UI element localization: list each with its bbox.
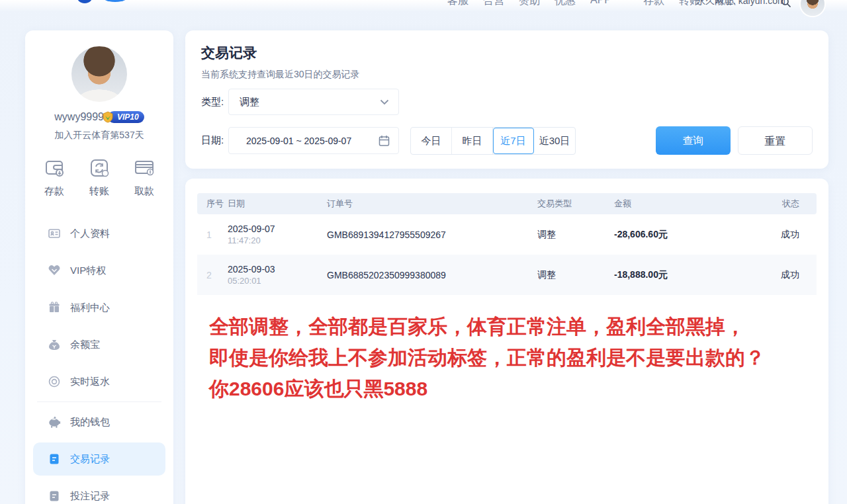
bet-record-icon bbox=[48, 489, 61, 503]
sidebar-item-label: 投注记录 bbox=[70, 490, 110, 503]
quick-action-transfer[interactable]: 转账 bbox=[87, 156, 111, 198]
sidebar-item-rebate[interactable]: 实时返水 bbox=[25, 363, 173, 400]
quick-range-group: 今日 昨日 近7日 近30日 bbox=[410, 127, 576, 155]
nav-sponsor[interactable]: 赞助 bbox=[519, 0, 540, 8]
cell-order-number: GMB6891394127955509267 bbox=[327, 230, 537, 240]
vip-shield-icon bbox=[102, 111, 114, 123]
cell-date: 2025-09-03 bbox=[228, 263, 327, 275]
money-bag-icon bbox=[48, 338, 61, 351]
sidebar-item-transaction-records[interactable]: 交易记录 bbox=[33, 442, 165, 476]
withdraw-icon bbox=[132, 156, 156, 180]
cell-time: 11:47:20 bbox=[228, 235, 327, 246]
reset-button[interactable]: 重置 bbox=[738, 126, 813, 155]
piggy-bank-icon bbox=[48, 415, 61, 429]
vip-badge: VIP10 bbox=[108, 111, 144, 123]
quick-action-label: 转账 bbox=[89, 185, 109, 198]
results-panel: 序号 日期 订单号 交易类型 金额 状态 1 2025-09-07 11:47:… bbox=[185, 179, 828, 504]
vip-badge-label: VIP10 bbox=[117, 112, 139, 122]
col-header-order: 订单号 bbox=[327, 198, 537, 210]
page-title: 交易记录 bbox=[201, 44, 257, 62]
transfer-icon bbox=[87, 156, 111, 180]
cell-amount: -28,606.60元 bbox=[614, 229, 746, 241]
quick-action-withdraw[interactable]: 取款 bbox=[132, 156, 156, 198]
page-subtitle: 当前系统支持查询最近30日的交易记录 bbox=[201, 69, 360, 81]
table-row[interactable]: 2 2025-09-03 05:20:01 GMB688520235099938… bbox=[197, 255, 817, 295]
sidebar-item-yuebao[interactable]: 余额宝 bbox=[25, 326, 173, 363]
user-avatar-small[interactable] bbox=[801, 0, 825, 16]
quick-action-deposit[interactable]: 存款 bbox=[42, 156, 66, 198]
type-select[interactable]: 调整 bbox=[228, 89, 399, 115]
annotation-line: 即使是你给我上不参加活动标签，正常的盈利是不是要出款的？ bbox=[209, 342, 765, 373]
vip-privilege-icon bbox=[48, 264, 61, 277]
annotation-line: 你28606应该也只黑5888 bbox=[209, 373, 765, 404]
user-avatar[interactable] bbox=[71, 46, 127, 102]
search-icon[interactable] bbox=[781, 0, 791, 8]
deposit-icon bbox=[42, 156, 66, 180]
sidebar-item-wallet[interactable]: 我的钱包 bbox=[25, 403, 173, 441]
calendar-icon bbox=[379, 135, 390, 147]
chevron-down-icon bbox=[380, 99, 389, 105]
annotation-line: 全部调整，全部都是百家乐，体育正常注单，盈利全部黑掉， bbox=[209, 311, 765, 342]
cell-status: 成功 bbox=[746, 229, 817, 241]
date-range-input[interactable]: 2025-09-01 ~ 2025-09-07 bbox=[228, 127, 399, 154]
type-select-value: 调整 bbox=[240, 96, 259, 108]
sidebar-item-label: 个人资料 bbox=[70, 228, 110, 240]
site-logo[interactable] bbox=[74, 0, 140, 5]
quick-action-label: 存款 bbox=[44, 185, 64, 198]
range-today-button[interactable]: 今日 bbox=[411, 128, 452, 154]
sidebar-item-bet-records[interactable]: 投注记录 bbox=[25, 478, 173, 504]
col-header-status: 状态 bbox=[746, 198, 817, 210]
cell-type: 调整 bbox=[537, 269, 614, 281]
cell-type: 调整 bbox=[537, 229, 614, 241]
type-label: 类型: bbox=[201, 96, 224, 108]
table-header-row: 序号 日期 订单号 交易类型 金额 状态 bbox=[197, 193, 817, 214]
rebate-icon bbox=[48, 375, 61, 388]
sidebar-item-vip[interactable]: VIP特权 bbox=[25, 252, 173, 289]
quick-actions: 存款 转账 bbox=[25, 156, 173, 198]
transactions-table: 序号 日期 订单号 交易类型 金额 状态 1 2025-09-07 11:47:… bbox=[197, 193, 817, 295]
range-last7days-button[interactable]: 近7日 bbox=[493, 128, 534, 154]
nav-promotions[interactable]: 优惠 bbox=[555, 0, 576, 8]
query-button[interactable]: 查询 bbox=[656, 126, 731, 155]
range-last30days-button[interactable]: 近30日 bbox=[534, 128, 575, 154]
sidebar: wywy9999 VIP10 加入开云体育第537天 存款 bbox=[25, 30, 173, 504]
sidebar-item-label: 福利中心 bbox=[70, 302, 110, 314]
cell-status: 成功 bbox=[746, 269, 817, 281]
nav-app[interactable]: APP bbox=[590, 0, 611, 8]
id-card-icon bbox=[48, 227, 61, 240]
date-label: 日期: bbox=[201, 134, 224, 147]
table-row[interactable]: 1 2025-09-07 11:47:20 GMB689139412795550… bbox=[197, 214, 817, 255]
cell-index: 1 bbox=[197, 230, 228, 240]
top-navigation: 客服 合营 赞助 优惠 APP 存款 转账 取款 bbox=[447, 0, 736, 8]
permanent-url: 永久网址: kaiyun.com bbox=[696, 0, 785, 7]
sidebar-item-welfare[interactable]: 福利中心 bbox=[25, 289, 173, 326]
cell-date: 2025-09-07 bbox=[228, 223, 327, 235]
membership-duration: 加入开云体育第537天 bbox=[25, 130, 173, 142]
cell-index: 2 bbox=[197, 270, 228, 280]
col-header-date: 日期 bbox=[228, 198, 327, 210]
range-yesterday-button[interactable]: 昨日 bbox=[452, 128, 493, 154]
sidebar-item-label: 余额宝 bbox=[70, 339, 100, 351]
cell-order-number: GMB6885202350999380089 bbox=[327, 270, 537, 280]
col-header-type: 交易类型 bbox=[537, 198, 614, 210]
col-header-index: 序号 bbox=[197, 198, 228, 210]
nav-partnership[interactable]: 合营 bbox=[483, 0, 504, 8]
nav-customer-service[interactable]: 客服 bbox=[447, 0, 468, 8]
quick-action-label: 取款 bbox=[134, 185, 154, 198]
sidebar-divider bbox=[37, 401, 161, 402]
sidebar-item-profile[interactable]: 个人资料 bbox=[25, 215, 173, 252]
red-annotation-text: 全部调整，全部都是百家乐，体育正常注单，盈利全部黑掉， 即使是你给我上不参加活动… bbox=[209, 311, 765, 404]
sidebar-menu: 个人资料 VIP特权 福利中心 bbox=[25, 215, 173, 504]
gift-icon bbox=[48, 301, 61, 314]
col-header-amount: 金额 bbox=[614, 198, 746, 210]
sidebar-item-label: 我的钱包 bbox=[70, 416, 110, 429]
cell-datetime: 2025-09-03 05:20:01 bbox=[228, 263, 327, 286]
sidebar-item-label: VIP特权 bbox=[70, 265, 106, 277]
cell-time: 05:20:01 bbox=[228, 275, 327, 286]
filter-panel: 交易记录 当前系统支持查询最近30日的交易记录 类型: 调整 日期: 2025-… bbox=[185, 30, 828, 169]
nav-deposit[interactable]: 存款 bbox=[643, 0, 664, 8]
cell-datetime: 2025-09-07 11:47:20 bbox=[228, 223, 327, 246]
sidebar-item-label: 实时返水 bbox=[70, 376, 110, 388]
cell-amount: -18,888.00元 bbox=[614, 269, 746, 281]
date-range-value: 2025-09-01 ~ 2025-09-07 bbox=[246, 136, 351, 146]
